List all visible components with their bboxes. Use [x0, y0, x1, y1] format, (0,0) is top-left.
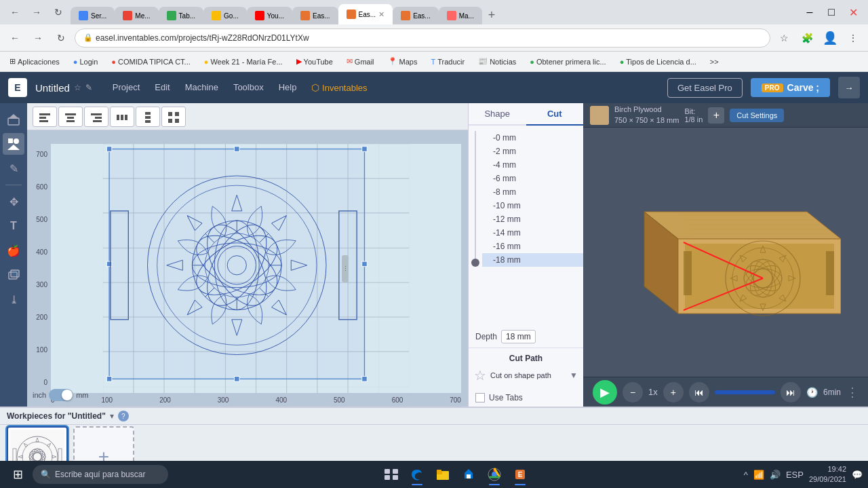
skip-to-end-button[interactable]: ⏭	[781, 382, 801, 402]
align-left[interactable]	[33, 107, 57, 127]
progress-bar[interactable]	[715, 390, 775, 394]
taskbar-app-explorer[interactable]	[431, 462, 455, 487]
reload-nav[interactable]: ↻	[52, 29, 71, 48]
panel-separator[interactable]: ⋮	[342, 255, 349, 282]
depth-item-4mm[interactable]: -4 mm	[482, 158, 583, 172]
depth-item-12mm[interactable]: -12 mm	[482, 212, 583, 226]
menu-machine[interactable]: Machine	[178, 79, 225, 96]
close-button[interactable]: ✕	[844, 3, 863, 22]
forward-nav[interactable]: →	[28, 29, 47, 48]
bookmark-gmail[interactable]: ✉Gmail	[342, 56, 378, 67]
taskbar-app-easel[interactable]: E	[508, 462, 532, 487]
menu-inventables[interactable]: ⬡ Inventables	[304, 79, 374, 96]
bookmark-login[interactable]: ●Login	[69, 56, 102, 67]
back-nav[interactable]: ←	[5, 29, 24, 48]
sidebar-icon-3d[interactable]	[3, 264, 24, 286]
browser-tab[interactable]: Eas...	[393, 7, 439, 24]
bookmark-translate[interactable]: TTraducir	[427, 56, 469, 67]
distribute-v[interactable]	[136, 107, 160, 127]
sidebar-icon-apple[interactable]: 🍎	[3, 240, 24, 261]
bookmark-lic1[interactable]: ●Obtener primera lic...	[526, 56, 610, 67]
bookmark-week21[interactable]: ●Week 21 - María Fe...	[200, 56, 287, 67]
cut-path-star-icon[interactable]: ☆	[474, 367, 486, 383]
taskbar-clock[interactable]: 19:42 29/09/2021	[809, 464, 846, 485]
taskbar-app-chrome[interactable]	[482, 462, 507, 487]
decrease-speed-button[interactable]: −	[623, 382, 643, 402]
more-options-button[interactable]: ⋮	[846, 385, 859, 400]
align-right[interactable]	[84, 107, 108, 127]
bookmark-apps[interactable]: ⊞Aplicaciones	[5, 56, 64, 67]
carve-button[interactable]: PRO Carve ;	[751, 78, 830, 97]
menu-help[interactable]: Help	[272, 79, 304, 96]
tray-notifications[interactable]: 💬	[852, 470, 863, 480]
browser-tab[interactable]: Me...	[115, 7, 158, 24]
taskbar-search-bar[interactable]: 🔍 Escribe aquí para buscar	[33, 465, 168, 484]
browser-tab[interactable]: Ser...	[71, 7, 115, 24]
depth-slider-thumb[interactable]	[471, 259, 479, 267]
bookmark-more[interactable]: >>	[706, 56, 723, 67]
depth-item-2mm[interactable]: -2 mm	[482, 145, 583, 158]
canvas-main[interactable]: 7006005004003002001000	[27, 130, 468, 407]
browser-tab[interactable]: You...	[247, 7, 292, 24]
taskbar-app-taskview[interactable]	[379, 462, 403, 487]
get-pro-button[interactable]: Get Easel Pro	[667, 78, 743, 98]
depth-item-14mm[interactable]: -14 mm	[482, 226, 583, 240]
sidebar-icon-text[interactable]: T	[3, 215, 24, 237]
browser-tab[interactable]: Tab...	[159, 7, 203, 24]
new-tab-button[interactable]: +	[482, 5, 501, 24]
tab-shape[interactable]: Shape	[469, 103, 526, 124]
refresh-button[interactable]: ↻	[49, 3, 68, 22]
sidebar-icon-move[interactable]: ✥	[3, 191, 24, 212]
extensions-btn[interactable]: 🧩	[797, 29, 816, 48]
browser-tab[interactable]: Ma...	[439, 7, 482, 24]
increase-speed-button[interactable]: +	[663, 382, 684, 402]
tray-language[interactable]: ESP	[786, 470, 804, 480]
unit-toggle-button[interactable]	[49, 389, 73, 401]
forward-button[interactable]: →	[27, 3, 46, 22]
sidebar-icon-import[interactable]: ⤓	[3, 288, 24, 310]
tray-network[interactable]: 📶	[753, 470, 764, 480]
address-bar[interactable]: 🔒 easel.inventables.com/projects/tRj-wZ2…	[75, 29, 770, 48]
windows-start-button[interactable]: ⊞	[5, 462, 30, 487]
workpieces-info-button[interactable]: ?	[118, 411, 129, 421]
distribute-h[interactable]	[110, 107, 134, 127]
tray-chevron[interactable]: ^	[744, 470, 748, 480]
workpieces-dropdown[interactable]: ▾	[110, 411, 114, 421]
sidebar-icon-shapes[interactable]	[3, 133, 24, 155]
depth-item-0mm[interactable]: -0 mm	[482, 131, 583, 145]
bookmark-comida[interactable]: ●COMIDA TIPICA CT...	[107, 56, 194, 67]
bookmark-maps[interactable]: 📍Maps	[384, 56, 422, 67]
browser-tab-active[interactable]: Eas... ✕	[338, 4, 393, 24]
align-center[interactable]	[58, 107, 83, 127]
depth-item-8mm[interactable]: -8 mm	[482, 185, 583, 199]
depth-item-16mm[interactable]: -16 mm	[482, 240, 583, 253]
browser-tab[interactable]: Go...	[203, 7, 247, 24]
bookmark-noticias[interactable]: 📰Noticias	[474, 56, 520, 67]
star-icon[interactable]: ☆	[74, 83, 81, 92]
minimize-button[interactable]: –	[800, 3, 819, 22]
back-button[interactable]: ←	[5, 3, 24, 22]
depth-item-18mm[interactable]: -18 mm	[482, 253, 583, 267]
use-tabs-checkbox[interactable]	[475, 393, 485, 402]
depth-value-input[interactable]: 18 mm	[501, 330, 536, 343]
grid-view[interactable]	[161, 107, 186, 127]
sidebar-icon-home[interactable]	[3, 109, 24, 130]
menu-edit[interactable]: Edit	[148, 79, 176, 96]
taskbar-app-edge[interactable]	[405, 462, 429, 487]
menu-toolbox[interactable]: Toolbox	[226, 79, 271, 96]
preview-3d[interactable]	[583, 128, 868, 377]
menu-project[interactable]: Project	[106, 79, 146, 96]
browser-tab[interactable]: Eas...	[292, 7, 338, 24]
edit-icon[interactable]: ✎	[85, 83, 92, 92]
sidebar-icon-edit[interactable]: ✎	[3, 157, 24, 179]
cut-settings-button[interactable]: Cut Settings	[730, 109, 784, 122]
profile-btn[interactable]: 👤	[821, 29, 840, 48]
skip-to-start-button[interactable]: ⏮	[689, 382, 709, 402]
add-material-button[interactable]: +	[708, 107, 724, 124]
bookmark-lic2[interactable]: ●Tipos de Licencia d...	[616, 56, 701, 67]
share-button[interactable]: →	[838, 77, 860, 98]
menu-btn[interactable]: ⋮	[844, 29, 863, 48]
bookmark-youtube[interactable]: ▶YouTube	[292, 56, 337, 67]
tab-cut[interactable]: Cut	[526, 103, 584, 126]
cut-path-dropdown-icon[interactable]: ▼	[570, 371, 578, 380]
